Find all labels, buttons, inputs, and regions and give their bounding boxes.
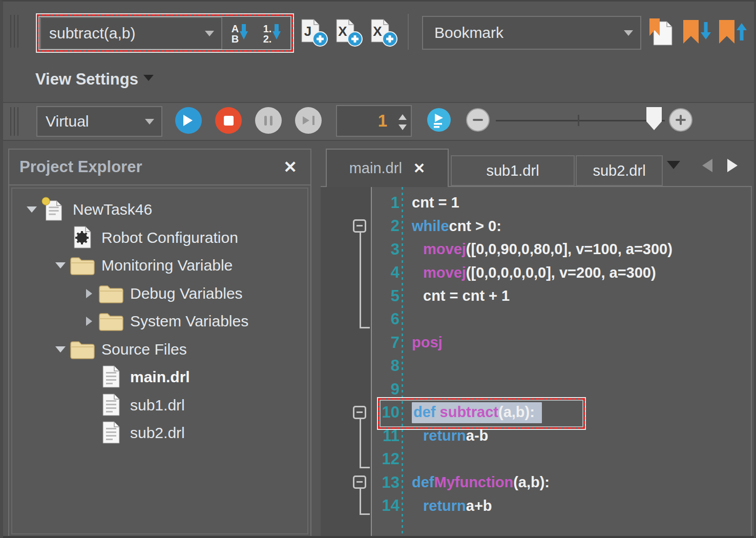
next-bookmark-button[interactable] [681, 17, 714, 48]
code-text: while cnt > 0: [403, 218, 501, 235]
expand-icon[interactable] [80, 289, 98, 298]
window-right-edge [754, 2, 756, 538]
tree-item-label: Robot Configuration [101, 229, 238, 246]
tree-item-source-files[interactable]: Source Files [12, 336, 307, 364]
play-button[interactable] [175, 107, 202, 134]
run-toolbar-grip[interactable] [10, 107, 18, 136]
line-number: 13 [372, 473, 403, 492]
code-line-11[interactable]: 11return a-b [321, 424, 751, 448]
tree-item-robot-configuration[interactable]: Robot Configuration [12, 224, 307, 252]
line-number: 8 [372, 357, 403, 375]
line-number: 1 [372, 194, 403, 212]
tree-item-label: System Variables [130, 313, 248, 330]
add-file-x1-button[interactable]: X [333, 18, 364, 49]
add-file-x2-button[interactable]: X [368, 18, 398, 49]
code-line-12[interactable]: 12 [321, 448, 751, 471]
mode-select-value: Virtual [37, 113, 89, 130]
tab-scroll-left-button[interactable] [696, 159, 712, 172]
tab-scroll-right-button[interactable] [727, 159, 744, 172]
tab-close-icon[interactable]: ✕ [413, 160, 425, 177]
code-line-2[interactable]: 2while cnt > 0: [321, 215, 751, 238]
gear-file-icon [70, 224, 95, 251]
step-button[interactable] [295, 107, 322, 134]
toggle-bookmark-button[interactable] [646, 16, 675, 49]
code-lines: 1cnt = 12while cnt > 0:3movej([0,0,90,0,… [321, 191, 751, 518]
code-line-10[interactable]: 10def subtract(a,b): [321, 401, 751, 425]
sort-alphabetical-button[interactable]: AB [226, 20, 254, 48]
collapse-icon[interactable] [51, 257, 70, 274]
code-line-3[interactable]: 3movej([0,0,90,0,80,0], v=100, a=300) [321, 238, 751, 261]
line-number: 11 [372, 427, 403, 445]
tree-item-label: Monitoring Variable [101, 257, 233, 274]
code-line-6[interactable]: 6 [321, 308, 751, 332]
tab-label: sub2.drl [593, 162, 645, 179]
toolbar-grip[interactable] [10, 15, 18, 48]
tree-item-label: NewTask46 [73, 201, 152, 218]
speed-slider-tick [578, 115, 579, 126]
close-icon[interactable]: ✕ [283, 157, 297, 177]
code-editor[interactable]: 1cnt = 12while cnt > 0:3movej([0,0,90,0,… [321, 186, 752, 538]
previous-bookmark-button[interactable] [717, 17, 750, 48]
code-line-14[interactable]: 14return a+b [321, 494, 751, 518]
add-file-j-button[interactable]: J [298, 18, 329, 49]
stepper-up-icon[interactable] [398, 110, 407, 120]
selection-highlight: def subtract(a,b): [412, 402, 542, 423]
tab-sub2.drl[interactable]: sub2.drl [576, 155, 663, 186]
plus-icon [676, 115, 686, 125]
pause-button[interactable] [255, 107, 282, 134]
play-icon [183, 115, 198, 126]
tree-item-sub1-drl[interactable]: sub1.drl [12, 391, 307, 420]
line-number: 4 [372, 263, 403, 282]
tree-item-newtask46[interactable]: NewTask46 [12, 196, 307, 224]
tree-item-debug-variables[interactable]: Debug Variables [12, 280, 307, 308]
code-line-4[interactable]: 4movej([0,0,0,0,0,0], v=200, a=300) [321, 261, 751, 285]
function-select-value: subtract(a,b) [41, 25, 135, 42]
code-line-5[interactable]: 5cnt = cnt + 1 [321, 284, 751, 308]
tab-overflow-menu[interactable] [667, 161, 680, 176]
tree-item-main-drl[interactable]: main.drl [12, 363, 307, 391]
line-number: 7 [372, 334, 403, 352]
tab-label: sub1.drl [486, 162, 539, 179]
execute-button[interactable] [427, 108, 451, 132]
speed-increase-button[interactable] [669, 108, 692, 132]
speed-slider-track[interactable] [496, 120, 665, 121]
speed-decrease-button[interactable] [466, 108, 490, 132]
expand-icon[interactable] [80, 317, 98, 326]
tree-item-monitoring-variable[interactable]: Monitoring Variable [12, 252, 307, 280]
code-text: def subtract(a,b): [403, 402, 542, 423]
add-file-icon: J [299, 18, 328, 48]
stepper-down-icon[interactable] [398, 125, 407, 134]
code-text: movej([0,0,90,0,80,0], v=100, a=300) [403, 241, 673, 258]
panel-title: Project Explorer [9, 158, 142, 176]
code-line-7[interactable]: 7posj [321, 331, 751, 355]
tree-item-label: sub1.drl [130, 397, 185, 414]
tab-sub1.drl[interactable]: sub1.drl [451, 155, 575, 186]
code-text: posj [403, 334, 443, 351]
line-number: 14 [372, 496, 403, 515]
code-text: movej([0,0,0,0,0,0], v=200, a=300) [403, 264, 656, 281]
view-settings-menu[interactable]: View Settings [35, 70, 154, 89]
code-line-8[interactable]: 8 [321, 355, 751, 378]
tree-item-system-variables[interactable]: System Variables [12, 307, 307, 336]
line-number: 5 [372, 287, 403, 305]
bookmark-up-icon [718, 18, 749, 47]
project-explorer-header: Project Explorer ✕ [9, 150, 310, 185]
function-select[interactable]: subtract(a,b) [40, 17, 222, 50]
tab-main.drl[interactable]: main.drl✕ [326, 149, 449, 187]
collapse-icon[interactable] [23, 201, 41, 218]
mode-select[interactable]: Virtual [36, 106, 162, 137]
window-bottom-edge [3, 536, 756, 538]
collapse-icon[interactable] [51, 341, 70, 358]
line-number: 9 [372, 380, 403, 399]
code-line-13[interactable]: 13def Myfunction(a,b): [321, 471, 751, 494]
tree-item-sub2-drl[interactable]: sub2.drl [12, 419, 307, 447]
sort-numeric-button[interactable]: 1.2. [258, 20, 286, 48]
folder-icon [70, 255, 95, 276]
code-line-1[interactable]: 1cnt = 1 [321, 191, 751, 215]
bookmark-select[interactable]: Bookmark [422, 16, 641, 50]
repeat-count-stepper[interactable]: 1 [336, 105, 412, 137]
execute-icon [430, 111, 448, 129]
stop-button[interactable] [215, 107, 242, 134]
code-line-9[interactable]: 9 [321, 378, 751, 401]
code-text: return a+b [403, 498, 492, 514]
